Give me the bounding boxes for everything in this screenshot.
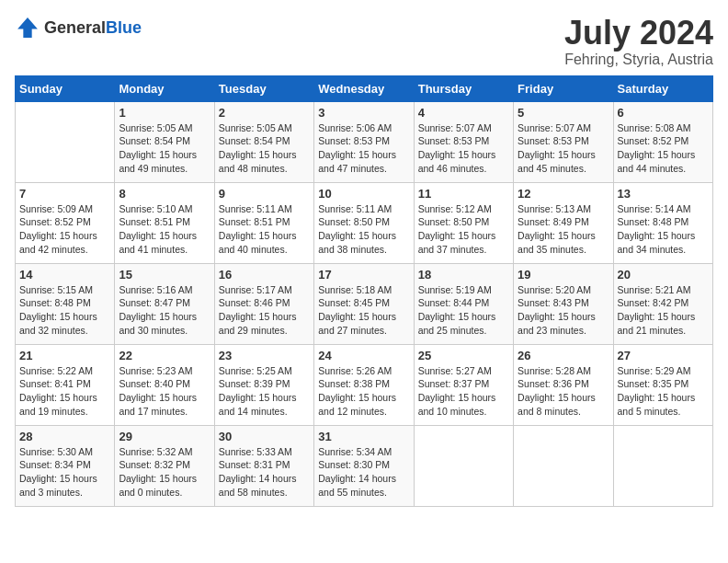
- day-info: Sunrise: 5:08 AM Sunset: 8:52 PM Dayligh…: [618, 121, 709, 176]
- calendar-cell: 16Sunrise: 5:17 AM Sunset: 8:46 PM Dayli…: [214, 263, 313, 344]
- calendar-cell: 17Sunrise: 5:18 AM Sunset: 8:45 PM Dayli…: [314, 263, 414, 344]
- calendar-table: SundayMondayTuesdayWednesdayThursdayFrid…: [15, 75, 713, 507]
- calendar-cell: 13Sunrise: 5:14 AM Sunset: 8:48 PM Dayli…: [613, 182, 712, 263]
- day-info: Sunrise: 5:32 AM Sunset: 8:32 PM Dayligh…: [119, 445, 210, 500]
- day-info: Sunrise: 5:30 AM Sunset: 8:34 PM Dayligh…: [19, 445, 110, 500]
- day-number: 20: [618, 268, 709, 282]
- day-number: 10: [318, 187, 409, 201]
- calendar-cell: 8Sunrise: 5:10 AM Sunset: 8:51 PM Daylig…: [115, 182, 214, 263]
- calendar-cell: 14Sunrise: 5:15 AM Sunset: 8:48 PM Dayli…: [16, 263, 115, 344]
- calendar-cell: 31Sunrise: 5:34 AM Sunset: 8:30 PM Dayli…: [314, 425, 414, 506]
- day-number: 29: [119, 430, 210, 443]
- day-info: Sunrise: 5:09 AM Sunset: 8:52 PM Dayligh…: [19, 202, 110, 257]
- calendar-body: 1Sunrise: 5:05 AM Sunset: 8:54 PM Daylig…: [16, 101, 713, 506]
- calendar-cell: 5Sunrise: 5:07 AM Sunset: 8:53 PM Daylig…: [514, 101, 613, 182]
- calendar-cell: 28Sunrise: 5:30 AM Sunset: 8:34 PM Dayli…: [16, 425, 115, 506]
- day-number: 28: [19, 430, 110, 443]
- weekday-header-saturday: Saturday: [613, 75, 712, 101]
- calendar-cell: [613, 425, 712, 506]
- day-info: Sunrise: 5:19 AM Sunset: 8:44 PM Dayligh…: [418, 283, 509, 338]
- calendar-cell: 3Sunrise: 5:06 AM Sunset: 8:53 PM Daylig…: [314, 101, 414, 182]
- day-info: Sunrise: 5:28 AM Sunset: 8:36 PM Dayligh…: [518, 364, 609, 419]
- day-info: Sunrise: 5:12 AM Sunset: 8:50 PM Dayligh…: [418, 202, 509, 257]
- day-info: Sunrise: 5:21 AM Sunset: 8:42 PM Dayligh…: [618, 283, 709, 338]
- day-number: 12: [518, 187, 609, 201]
- calendar-subtitle: Fehring, Styria, Austria: [564, 52, 713, 68]
- calendar-cell: 30Sunrise: 5:33 AM Sunset: 8:31 PM Dayli…: [214, 425, 313, 506]
- day-info: Sunrise: 5:06 AM Sunset: 8:53 PM Dayligh…: [318, 121, 409, 176]
- day-number: 11: [418, 187, 509, 201]
- day-info: Sunrise: 5:15 AM Sunset: 8:48 PM Dayligh…: [19, 283, 110, 338]
- page-header: GeneralBlue July 2024 Fehring, Styria, A…: [15, 15, 713, 68]
- weekday-header-friday: Friday: [514, 75, 613, 101]
- day-info: Sunrise: 5:34 AM Sunset: 8:30 PM Dayligh…: [318, 445, 409, 500]
- day-info: Sunrise: 5:10 AM Sunset: 8:51 PM Dayligh…: [119, 202, 210, 257]
- calendar-cell: 7Sunrise: 5:09 AM Sunset: 8:52 PM Daylig…: [16, 182, 115, 263]
- calendar-cell: 1Sunrise: 5:05 AM Sunset: 8:54 PM Daylig…: [115, 101, 214, 182]
- calendar-cell: 15Sunrise: 5:16 AM Sunset: 8:47 PM Dayli…: [115, 263, 214, 344]
- calendar-cell: [414, 425, 513, 506]
- day-info: Sunrise: 5:33 AM Sunset: 8:31 PM Dayligh…: [219, 445, 310, 500]
- weekday-header-row: SundayMondayTuesdayWednesdayThursdayFrid…: [16, 75, 713, 101]
- day-number: 13: [618, 187, 709, 201]
- day-number: 27: [618, 349, 709, 362]
- day-number: 21: [19, 349, 110, 362]
- day-info: Sunrise: 5:05 AM Sunset: 8:54 PM Dayligh…: [119, 121, 210, 176]
- day-number: 4: [418, 106, 509, 120]
- week-row-4: 21Sunrise: 5:22 AM Sunset: 8:41 PM Dayli…: [16, 344, 713, 425]
- day-info: Sunrise: 5:18 AM Sunset: 8:45 PM Dayligh…: [318, 283, 409, 338]
- day-info: Sunrise: 5:14 AM Sunset: 8:48 PM Dayligh…: [618, 202, 709, 257]
- calendar-cell: 11Sunrise: 5:12 AM Sunset: 8:50 PM Dayli…: [414, 182, 513, 263]
- day-info: Sunrise: 5:20 AM Sunset: 8:43 PM Dayligh…: [518, 283, 609, 338]
- calendar-cell: 23Sunrise: 5:25 AM Sunset: 8:39 PM Dayli…: [214, 344, 313, 425]
- day-number: 24: [318, 349, 409, 362]
- calendar-cell: 9Sunrise: 5:11 AM Sunset: 8:51 PM Daylig…: [214, 182, 313, 263]
- day-info: Sunrise: 5:11 AM Sunset: 8:50 PM Dayligh…: [318, 202, 409, 257]
- logo-icon: [15, 15, 40, 40]
- calendar-cell: [16, 101, 115, 182]
- day-info: Sunrise: 5:05 AM Sunset: 8:54 PM Dayligh…: [219, 121, 310, 176]
- weekday-header-tuesday: Tuesday: [214, 75, 313, 101]
- calendar-cell: 20Sunrise: 5:21 AM Sunset: 8:42 PM Dayli…: [613, 263, 712, 344]
- calendar-cell: 4Sunrise: 5:07 AM Sunset: 8:53 PM Daylig…: [414, 101, 513, 182]
- week-row-3: 14Sunrise: 5:15 AM Sunset: 8:48 PM Dayli…: [16, 263, 713, 344]
- week-row-2: 7Sunrise: 5:09 AM Sunset: 8:52 PM Daylig…: [16, 182, 713, 263]
- calendar-cell: 27Sunrise: 5:29 AM Sunset: 8:35 PM Dayli…: [613, 344, 712, 425]
- day-info: Sunrise: 5:13 AM Sunset: 8:49 PM Dayligh…: [518, 202, 609, 257]
- day-number: 6: [618, 106, 709, 120]
- title-area: July 2024 Fehring, Styria, Austria: [564, 15, 713, 68]
- day-info: Sunrise: 5:16 AM Sunset: 8:47 PM Dayligh…: [119, 283, 210, 338]
- week-row-5: 28Sunrise: 5:30 AM Sunset: 8:34 PM Dayli…: [16, 425, 713, 506]
- calendar-cell: 18Sunrise: 5:19 AM Sunset: 8:44 PM Dayli…: [414, 263, 513, 344]
- calendar-cell: 24Sunrise: 5:26 AM Sunset: 8:38 PM Dayli…: [314, 344, 414, 425]
- day-number: 19: [518, 268, 609, 282]
- calendar-cell: 29Sunrise: 5:32 AM Sunset: 8:32 PM Dayli…: [115, 425, 214, 506]
- week-row-1: 1Sunrise: 5:05 AM Sunset: 8:54 PM Daylig…: [16, 101, 713, 182]
- weekday-header-sunday: Sunday: [16, 75, 115, 101]
- day-info: Sunrise: 5:26 AM Sunset: 8:38 PM Dayligh…: [318, 364, 409, 419]
- day-number: 14: [19, 268, 110, 282]
- calendar-cell: 21Sunrise: 5:22 AM Sunset: 8:41 PM Dayli…: [16, 344, 115, 425]
- day-info: Sunrise: 5:27 AM Sunset: 8:37 PM Dayligh…: [418, 364, 509, 419]
- day-number: 18: [418, 268, 509, 282]
- weekday-header-monday: Monday: [115, 75, 214, 101]
- logo-text-general: General: [44, 18, 106, 37]
- svg-marker-0: [17, 17, 38, 38]
- day-number: 1: [119, 106, 210, 120]
- weekday-header-thursday: Thursday: [414, 75, 513, 101]
- day-number: 26: [518, 349, 609, 362]
- day-number: 30: [219, 430, 310, 443]
- calendar-cell: 19Sunrise: 5:20 AM Sunset: 8:43 PM Dayli…: [514, 263, 613, 344]
- day-info: Sunrise: 5:23 AM Sunset: 8:40 PM Dayligh…: [119, 364, 210, 419]
- calendar-cell: 12Sunrise: 5:13 AM Sunset: 8:49 PM Dayli…: [514, 182, 613, 263]
- day-number: 7: [19, 187, 110, 201]
- day-info: Sunrise: 5:07 AM Sunset: 8:53 PM Dayligh…: [418, 121, 509, 176]
- day-number: 22: [119, 349, 210, 362]
- day-number: 9: [219, 187, 310, 201]
- logo: GeneralBlue: [15, 15, 142, 40]
- weekday-header-wednesday: Wednesday: [314, 75, 414, 101]
- day-info: Sunrise: 5:07 AM Sunset: 8:53 PM Dayligh…: [518, 121, 609, 176]
- day-info: Sunrise: 5:25 AM Sunset: 8:39 PM Dayligh…: [219, 364, 310, 419]
- day-number: 31: [318, 430, 409, 443]
- calendar-cell: 26Sunrise: 5:28 AM Sunset: 8:36 PM Dayli…: [514, 344, 613, 425]
